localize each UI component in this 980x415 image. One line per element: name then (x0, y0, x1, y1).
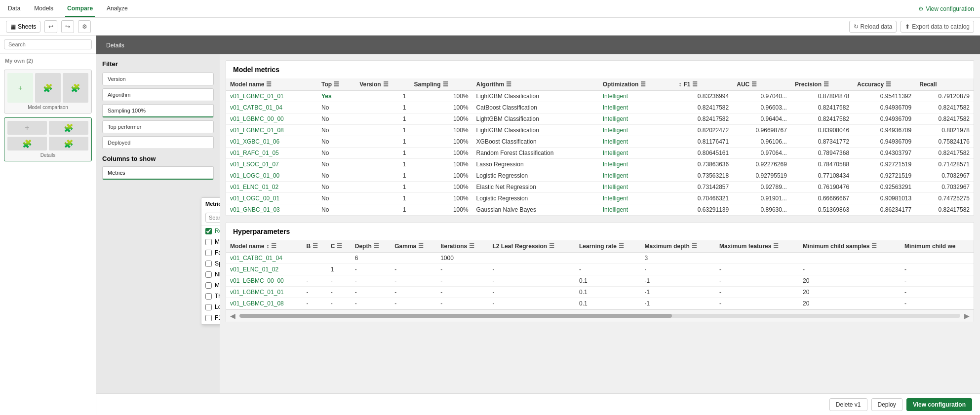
view-config-link[interactable]: ⚙ View configuration (918, 5, 974, 12)
hcol-b-menu[interactable]: ☰ (313, 243, 318, 250)
col-sampling[interactable]: Sampling☰ (410, 78, 472, 91)
redo-button[interactable]: ↪ (61, 20, 74, 33)
checkbox-mcc[interactable] (205, 282, 212, 289)
col-optimization[interactable]: Optimization☰ (599, 78, 675, 91)
col-f1-menu[interactable]: ☰ (692, 81, 698, 88)
col-algorithm[interactable]: Algorithm☰ (472, 78, 599, 91)
col-auc-menu[interactable]: ☰ (751, 81, 757, 88)
col-auc[interactable]: AUC☰ (733, 78, 791, 91)
dropdown-item-recall[interactable]: Recall (201, 226, 220, 236)
hcol-depth[interactable]: Depth☰ (351, 240, 391, 253)
cell-model-name[interactable]: v01_GNBC_01_03 (226, 204, 317, 216)
dropdown-search-input[interactable] (205, 213, 220, 223)
table-row[interactable]: v01_LGBMC_01_01 - - - - - - 0.1 -1 - 20 … (226, 287, 974, 298)
cell-model-name[interactable]: v01_RAFC_01_05 (226, 148, 317, 159)
hcell-name[interactable]: v01_LGBMC_01_08 (226, 298, 303, 309)
dropdown-item-mcc[interactable]: MCC (201, 280, 220, 291)
hcell-name[interactable]: v01_LGBMC_00_00 (226, 275, 303, 287)
cell-model-name[interactable]: v01_LOGC_01_00 (226, 170, 317, 182)
metrics-tab[interactable]: Metrics (102, 166, 214, 180)
hcol-c-menu[interactable]: ☰ (337, 243, 342, 250)
hcol-l2[interactable]: L2 Leaf Regression☰ (488, 240, 575, 253)
checkbox-f1train[interactable] (205, 315, 212, 321)
dropdown-item-npv[interactable]: NPV (201, 269, 220, 280)
delete-button[interactable]: Delete v1 (829, 398, 867, 411)
table-row[interactable]: v01_LSOC_01_07 No 1 100% Lasso Regressio… (226, 159, 974, 170)
hcol-maxfeat[interactable]: Maximum features☰ (715, 240, 799, 253)
hcell-name[interactable]: v01_ELNC_01_02 (226, 264, 303, 275)
nav-data[interactable]: Data (6, 1, 22, 17)
hcol-lr-menu[interactable]: ☰ (619, 243, 624, 250)
checkbox-fallout[interactable] (205, 250, 212, 256)
col-top-menu[interactable]: ☰ (334, 81, 339, 88)
checkbox-logloss[interactable] (205, 304, 212, 310)
cell-model-name[interactable]: v01_LGBMC_00_00 (226, 113, 317, 125)
checkbox-specificity[interactable] (205, 261, 212, 267)
col-recall[interactable]: Recall (915, 78, 974, 91)
search-input[interactable] (4, 39, 92, 49)
undo-button[interactable]: ↩ (44, 20, 57, 33)
dropdown-item-specificity[interactable]: Specificity (201, 258, 220, 269)
table-row[interactable]: v01_LOGC_01_00 No 1 100% Logistic Regres… (226, 170, 974, 182)
cell-model-name[interactable]: v01_XGBC_01_06 (226, 136, 317, 148)
scroll-right-icon[interactable]: ▶ (964, 312, 970, 320)
hcol-l2-menu[interactable]: ☰ (549, 243, 554, 250)
col-accuracy[interactable]: Accuracy☰ (853, 78, 915, 91)
table-row[interactable]: v01_LGBMC_00_00 - - - - - - 0.1 -1 - 20 … (226, 275, 974, 287)
hcol-maxf-menu[interactable]: ☰ (773, 243, 779, 250)
table-row[interactable]: v01_XGBC_01_06 No 1 100% XGBoost Classif… (226, 136, 974, 148)
sheets-button[interactable]: ▦ Sheets (6, 21, 40, 33)
hcol-b[interactable]: B☰ (303, 240, 327, 253)
table-row[interactable]: v01_LGBMC_01_08 No 1 100% LightGBM Class… (226, 125, 974, 136)
deploy-button[interactable]: Deploy (871, 398, 902, 411)
filter-sampling[interactable]: Sampling 100% (102, 104, 214, 117)
col-menu-icon[interactable]: ☰ (266, 81, 272, 88)
dropdown-item-f1train[interactable]: F1 (training data) (201, 312, 220, 323)
cell-model-name[interactable]: v01_ELNC_01_02 (226, 182, 317, 193)
hcol-lr[interactable]: Learning rate☰ (575, 240, 641, 253)
col-opt-menu[interactable]: ☰ (640, 81, 646, 88)
hcol-minc-menu[interactable]: ☰ (871, 243, 877, 250)
checkbox-npv[interactable] (205, 271, 212, 278)
checkbox-recall[interactable] (205, 228, 212, 234)
table-row[interactable]: v01_CATBC_01_04 No 1 100% CatBoost Class… (226, 102, 974, 113)
hcol-maxd-menu[interactable]: ☰ (692, 243, 697, 250)
view-config-button[interactable]: View configuration (906, 398, 972, 411)
dropdown-item-fallout[interactable]: Fallout (201, 247, 220, 258)
col-algo-menu[interactable]: ☰ (506, 81, 511, 88)
filter-version[interactable]: Version (102, 73, 214, 85)
export-button[interactable]: ⬆ Export data to catalog (901, 21, 974, 33)
hcell-name[interactable]: v01_CATBC_01_04 (226, 253, 303, 264)
cell-model-name[interactable]: v01_LGBMC_01_01 (226, 91, 317, 102)
col-model-name[interactable]: Model name☰ (226, 78, 317, 91)
table-row[interactable]: v01_LGBMC_01_08 - - - - - - 0.1 -1 - 20 … (226, 298, 974, 309)
settings-button[interactable]: ⚙ (78, 20, 91, 33)
checkbox-missrate[interactable] (205, 239, 212, 245)
hcol-minchild[interactable]: Minimum child samples☰ (799, 240, 901, 253)
hcol-maxdepth[interactable]: Maximum depth☰ (641, 240, 716, 253)
hcol-depth-menu[interactable]: ☰ (374, 243, 379, 250)
nav-models[interactable]: Models (32, 1, 55, 17)
table-row[interactable]: v01_RAFC_01_05 No 1 100% Random Forest C… (226, 148, 974, 159)
col-precision[interactable]: Precision☰ (791, 78, 853, 91)
hcol-name[interactable]: Model name↕☰ (226, 240, 303, 253)
filter-algorithm[interactable]: Algorithm (102, 88, 214, 101)
filter-deployed[interactable]: Deployed (102, 136, 214, 149)
hcol-iter-menu[interactable]: ☰ (469, 243, 474, 250)
thumb-model-comparison[interactable]: + 🧩 🧩 Model comparison (4, 70, 92, 113)
hcol-iterations[interactable]: Iterations☰ (436, 240, 488, 253)
cell-model-name[interactable]: v01_LGBMC_01_08 (226, 125, 317, 136)
dropdown-item-logloss[interactable]: Log loss (201, 302, 220, 312)
dropdown-search[interactable] (201, 210, 220, 226)
checkbox-threshold[interactable] (205, 293, 212, 300)
sidebar-search[interactable] (0, 36, 96, 54)
table-row[interactable]: v01_CATBC_01_04 6 1000 3 (226, 253, 974, 264)
hcol-gamma-menu[interactable]: ☰ (418, 243, 424, 250)
hcol-gamma[interactable]: Gamma☰ (391, 240, 436, 253)
col-f1[interactable]: ↕F1☰ (674, 78, 733, 91)
table-row[interactable]: v01_ELNC_01_02 1 - - - - - - - - - (226, 264, 974, 275)
thumb-details[interactable]: + 🧩 🧩 🧩 Details (4, 117, 92, 161)
hcol-minchildw[interactable]: Minimum child we (901, 240, 974, 253)
reload-button[interactable]: ↻ Reload data (849, 21, 897, 33)
dropdown-item-threshold[interactable]: Threshold (201, 291, 220, 302)
